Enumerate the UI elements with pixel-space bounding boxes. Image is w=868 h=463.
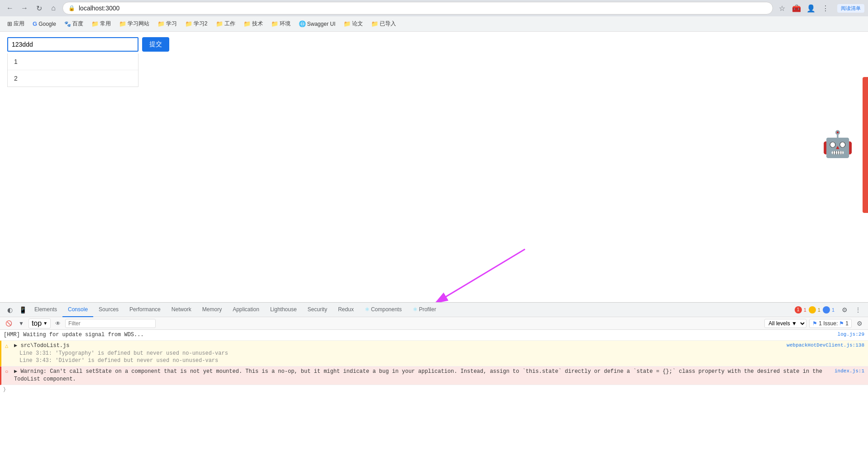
bookmark-huanjing-label: 环境 (280, 20, 291, 28)
tab-application[interactable]: Application (227, 303, 265, 317)
top-label: top (32, 319, 42, 328)
bookmark-xuexi2-label: 学习2 (194, 20, 208, 28)
console-prompt-line: 〉 (0, 385, 868, 394)
console-output: [HMR] Waiting for update signal from WDS… (0, 330, 868, 463)
right-sidebar-strip[interactable] (863, 77, 868, 213)
tab-console[interactable]: Console (62, 303, 93, 317)
address-bar[interactable]: 🔒 localhost:3000 (62, 2, 773, 14)
console-toolbar: 🚫 ▼ top ▼ 👁 All levels ▼ ⚑ 1 Issue: ⚑ 1 … (0, 317, 868, 330)
bookmark-google-label: Google (38, 21, 56, 27)
bookmark-apps-label: 应用 (14, 20, 24, 28)
console-link-warn[interactable]: webpackHotDevClient.js:138 (787, 342, 864, 349)
console-filter-toggle[interactable]: ▼ (17, 318, 26, 328)
console-eye-button[interactable]: 👁 (53, 318, 62, 328)
issues-label: 1 Issue: (819, 320, 838, 327)
folder-gongzuo-icon: 📁 (216, 20, 223, 27)
list-item[interactable]: 1 (8, 53, 138, 70)
folder-changyong-icon: 📁 (91, 20, 99, 27)
tab-redux[interactable]: Redux (333, 303, 359, 317)
bookmark-changyong[interactable]: 📁 常用 (88, 19, 114, 29)
tab-memory[interactable]: Memory (197, 303, 227, 317)
viewport: 提交 1 2 🤖 (0, 32, 868, 302)
bookmark-star-button[interactable]: ☆ (776, 2, 788, 14)
issues-icon: ⚑ (812, 320, 817, 327)
list-item[interactable]: 2 (8, 70, 138, 87)
bookmark-gongzuo[interactable]: 📁 工作 (212, 19, 239, 29)
bookmark-xuexi2[interactable]: 📁 学习2 (181, 19, 211, 29)
bookmark-huanjing[interactable]: 📁 环境 (267, 19, 294, 29)
top-dropdown-icon: ▼ (43, 321, 48, 326)
title-bar: ← → ↻ ⌂ 🔒 localhost:3000 ☆ 🧰 👤 ⋮ 阅读清单 (0, 0, 868, 16)
profile-button[interactable]: 👤 (805, 2, 817, 14)
info-count: 1 (832, 307, 835, 313)
home-button[interactable]: ⌂ (47, 2, 60, 14)
console-filter-input[interactable] (65, 319, 156, 328)
warn-sub2: Line 3:43: 'Divider' is defined but neve… (14, 357, 784, 365)
bookmark-baidu-label: 百度 (72, 20, 83, 28)
tab-profiler[interactable]: ⚛ Profiler (407, 303, 442, 317)
console-link-hmr[interactable]: log.js:29 (838, 331, 864, 338)
tab-elements[interactable]: Elements (29, 303, 62, 317)
bookmark-swagger[interactable]: 🌐 Swagger UI (295, 19, 339, 29)
devtools-settings-button[interactable]: ⚙ (838, 304, 851, 316)
bookmark-lunwen-label: 论文 (352, 20, 363, 28)
bookmarks-bar: ⊞ 应用 G Google 🐾 百度 📁 常用 📁 学习网站 📁 学习 📁 学习… (0, 16, 868, 32)
warn-count: 1 (818, 307, 820, 313)
devtools-tabbar: ◐ 📱 Elements Console Sources Performance… (0, 303, 868, 317)
devtools-tabs: Elements Console Sources Performance Net… (29, 303, 795, 317)
bookmark-yidaoru-label: 已导入 (380, 20, 396, 28)
tab-lighthouse[interactable]: Lighthouse (265, 303, 302, 317)
bookmark-xuexi[interactable]: 📁 学习 (154, 19, 181, 29)
browser-chrome: ← → ↻ ⌂ 🔒 localhost:3000 ☆ 🧰 👤 ⋮ 阅读清单 ⊞ … (0, 0, 868, 32)
console-line-warn-text: ▶ src\TodoList.js Line 3:31: 'Typography… (14, 342, 784, 365)
info-badge (823, 306, 830, 313)
devtools-device-button[interactable]: 📱 (16, 304, 29, 316)
folder-jishu-icon: 📁 (243, 20, 251, 27)
bookmark-google[interactable]: G Google (29, 19, 60, 29)
console-prompt-input[interactable] (8, 386, 864, 393)
log-level-select[interactable]: All levels ▼ (764, 319, 806, 328)
folder-yidaoru-icon: 📁 (371, 20, 378, 27)
console-settings-button[interactable]: ⚙ (854, 318, 864, 328)
menu-button[interactable]: ⋮ (819, 2, 832, 14)
warn-badge (809, 306, 816, 313)
bookmark-baidu[interactable]: 🐾 百度 (61, 19, 87, 29)
tab-security[interactable]: Security (302, 303, 333, 317)
warn-sub1: Line 3:31: 'Typography' is defined but n… (14, 350, 784, 357)
submit-button[interactable]: 提交 (142, 37, 169, 52)
console-line-error-text: ▶ Warning: Can't call setState on a comp… (14, 368, 832, 383)
issues-badge[interactable]: ⚑ 1 Issue: ⚑ 1 (809, 319, 852, 328)
bookmark-yidaoru[interactable]: 📁 已导入 (367, 19, 400, 29)
devtools-more-button[interactable]: ⋮ (852, 304, 864, 316)
bookmark-changyong-label: 常用 (100, 20, 111, 28)
console-clear-button[interactable]: 🚫 (4, 318, 14, 328)
warn-main[interactable]: ▶ src\TodoList.js (14, 342, 784, 350)
baidu-icon: 🐾 (64, 21, 71, 27)
bookmark-lunwen[interactable]: 📁 论文 (340, 19, 367, 29)
console-line-hmr: [HMR] Waiting for update signal from WDS… (0, 330, 868, 341)
bookmark-xuexi-label: 学习 (166, 20, 177, 28)
todo-input[interactable] (7, 37, 138, 52)
reload-button[interactable]: ↻ (33, 2, 45, 14)
toolbar-icons: ☆ 🧰 👤 ⋮ 阅读清单 (776, 2, 864, 14)
bookmark-xuexiwangzhan[interactable]: 📁 学习网站 (115, 19, 153, 29)
folder-xuexiwangzhan-icon: 📁 (119, 20, 126, 27)
console-line-hmr-text: [HMR] Waiting for update signal from WDS… (4, 331, 835, 339)
extensions-button[interactable]: 🧰 (790, 2, 803, 14)
folder-huanjing-icon: 📁 (271, 20, 278, 27)
tab-network[interactable]: Network (166, 303, 197, 317)
reader-mode-button[interactable]: 阅读清单 (837, 4, 864, 13)
top-context-selector[interactable]: top ▼ (29, 318, 51, 328)
issues-count: 1 (845, 320, 849, 327)
tab-components[interactable]: ⚛ Components (359, 303, 407, 317)
devtools-inspect-button[interactable]: ◐ (4, 304, 16, 316)
profiler-tab-icon: ⚛ (413, 306, 418, 313)
console-link-error[interactable]: index.js:1 (835, 368, 864, 375)
tab-performance[interactable]: Performance (124, 303, 166, 317)
tab-sources[interactable]: Sources (93, 303, 124, 317)
app-content: 提交 1 2 (0, 32, 868, 92)
back-button[interactable]: ← (4, 2, 16, 14)
forward-button[interactable]: → (18, 2, 31, 14)
bookmark-jishu[interactable]: 📁 技术 (240, 19, 267, 29)
bookmark-apps[interactable]: ⊞ 应用 (4, 19, 28, 29)
